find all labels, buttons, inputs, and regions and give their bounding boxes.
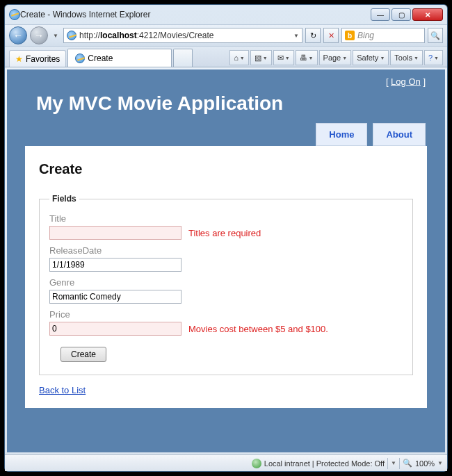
titlebar: Create - Windows Internet Explorer — ▢ ✕ — [5, 5, 447, 24]
nav-about[interactable]: About — [373, 123, 426, 146]
nav-history-dropdown[interactable]: ▼ — [51, 28, 60, 42]
home-icon: ⌂ — [234, 54, 239, 62]
forward-button[interactable]: → — [30, 26, 48, 44]
ie-icon — [9, 9, 20, 20]
nav-home[interactable]: Home — [316, 123, 367, 146]
create-button[interactable]: Create — [60, 347, 106, 362]
print-button[interactable]: 🖶▼ — [296, 50, 318, 65]
search-box[interactable]: b Bing — [341, 28, 425, 43]
page-heading: Create — [39, 161, 413, 177]
price-error: Movies cost between $5 and $100. — [188, 324, 328, 334]
back-button[interactable]: ← — [9, 26, 27, 44]
window-buttons: — ▢ ✕ — [371, 8, 443, 21]
stop-button[interactable]: ✕ — [323, 28, 339, 43]
nav-row: ← → ▼ http://localhost:4212/Movies/Creat… — [5, 24, 447, 47]
safety-menu-label: Safety — [357, 54, 378, 62]
page-body: Create Fields Title Titles are required … — [25, 146, 427, 408]
zone-text: Local intranet | Protected Mode: Off — [264, 459, 385, 468]
address-bar[interactable]: http://localhost:4212/Movies/Create ▼ — [63, 28, 302, 43]
releasedate-input[interactable] — [49, 258, 181, 272]
url-scheme: http:// — [79, 31, 100, 40]
fields-fieldset: Fields Title Titles are required Release… — [39, 194, 413, 375]
logon-bracket-close: ] — [421, 76, 426, 87]
ie-window: Create - Windows Internet Explorer — ▢ ✕… — [4, 4, 448, 472]
url-host: localhost — [100, 31, 137, 40]
window-title: Create - Windows Internet Explorer — [20, 10, 371, 19]
address-dropdown-icon[interactable]: ▼ — [293, 33, 299, 39]
statusbar: Local intranet | Protected Mode: Off ▼ 🔍… — [5, 454, 447, 471]
home-toolbar-button[interactable]: ⌂▼ — [229, 50, 249, 65]
logon-row: [ Log On ] — [7, 69, 445, 90]
tab-create[interactable]: Create — [67, 49, 172, 67]
price-input[interactable] — [49, 322, 181, 336]
help-icon: ? — [428, 54, 433, 62]
content-area: [ Log On ] My MVC Movie Application Home… — [5, 67, 447, 454]
genre-input[interactable] — [49, 290, 181, 304]
bing-icon: b — [345, 31, 355, 40]
title-label: Title — [49, 213, 403, 224]
tabs-row: ★ Favorites Create ⌂▼ ▧▼ ✉▼ 🖶▼ Page▼ Saf… — [5, 47, 447, 67]
new-tab-button[interactable] — [173, 49, 193, 67]
minimize-button[interactable]: — — [371, 8, 390, 21]
zoom-level: 100% — [415, 459, 435, 468]
title-error: Titles are required — [188, 228, 261, 238]
close-button[interactable]: ✕ — [412, 8, 443, 21]
print-icon: 🖶 — [300, 54, 307, 62]
releasedate-label: ReleaseDate — [49, 245, 403, 256]
page-menu-label: Page — [323, 54, 341, 62]
back-to-list-link[interactable]: Back to List — [39, 385, 413, 395]
logon-link[interactable]: Log On — [391, 76, 421, 87]
search-go-button[interactable]: 🔍 — [428, 28, 443, 43]
help-button[interactable]: ?▼ — [424, 50, 443, 65]
page-viewport[interactable]: [ Log On ] My MVC Movie Application Home… — [7, 69, 445, 452]
protected-mode-dropdown[interactable]: ▼ — [391, 460, 396, 466]
tab-title: Create — [88, 54, 113, 63]
tab-favicon — [75, 54, 85, 63]
zoom-icon: 🔍 — [403, 459, 412, 468]
tools-menu[interactable]: Tools▼ — [390, 50, 423, 65]
safety-menu[interactable]: Safety▼ — [353, 50, 389, 65]
fieldset-legend: Fields — [49, 194, 79, 204]
tools-menu-label: Tools — [394, 54, 412, 62]
page-menu[interactable]: Page▼ — [319, 50, 352, 65]
url-text: http://localhost:4212/Movies/Create — [79, 31, 291, 40]
app-title: My MVC Movie Application — [7, 90, 445, 123]
rss-icon: ▧ — [255, 54, 261, 63]
title-input[interactable] — [49, 226, 181, 240]
zoom-dropdown[interactable]: ▼ — [437, 460, 443, 466]
genre-label: Genre — [49, 277, 403, 288]
zone-icon — [252, 459, 261, 468]
url-path: /Movies/Create — [158, 31, 214, 40]
maximize-button[interactable]: ▢ — [392, 8, 411, 21]
favorites-label: Favorites — [26, 54, 60, 64]
navbar: Home About — [7, 123, 445, 146]
price-label: Price — [49, 309, 403, 320]
search-placeholder: Bing — [357, 31, 374, 40]
page-icon — [67, 31, 76, 40]
feeds-button[interactable]: ▧▼ — [250, 50, 272, 65]
mail-button[interactable]: ✉▼ — [273, 50, 294, 65]
star-icon: ★ — [15, 54, 23, 64]
mail-icon: ✉ — [277, 54, 284, 63]
favorites-button[interactable]: ★ Favorites — [9, 50, 66, 67]
url-port: :4212 — [137, 31, 158, 40]
refresh-button[interactable]: ↻ — [305, 28, 321, 43]
